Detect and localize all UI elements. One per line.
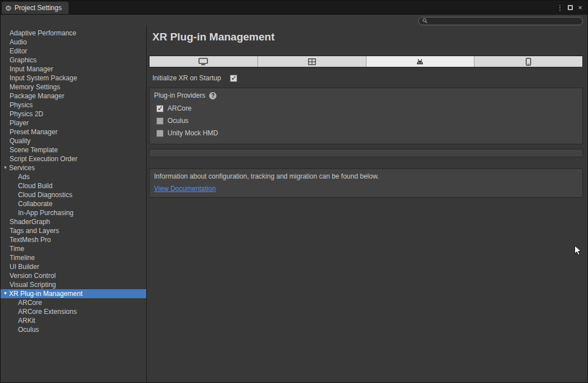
sidebar-item-tags-and-layers[interactable]: Tags and Layers: [1, 226, 146, 235]
platform-tab-android[interactable]: [367, 56, 475, 67]
sidebar-item-label: Services: [9, 163, 35, 172]
sidebar-item-time[interactable]: Time: [1, 244, 146, 253]
sidebar-item-label: Preset Manager: [10, 127, 57, 136]
gear-icon: ⚙: [5, 4, 12, 12]
foldout-expanded-icon[interactable]: ▼: [2, 289, 9, 298]
sidebar-item-ads[interactable]: Ads: [1, 172, 146, 181]
sidebar-item-preset-manager[interactable]: Preset Manager: [1, 127, 146, 136]
sidebar-item-script-execution-order[interactable]: Script Execution Order: [1, 154, 146, 163]
provider-checkbox-unity-mock-hmd[interactable]: [156, 130, 164, 137]
initialize-xr-row: Initialize XR on Startup: [152, 74, 583, 82]
sidebar-item-label: Player: [10, 118, 29, 127]
sidebar-item-label: Package Manager: [10, 92, 64, 101]
sidebar-item-label: Timeline: [10, 253, 35, 262]
smartphone-icon: [526, 58, 531, 66]
monitor-icon: [198, 58, 208, 66]
sidebar-item-graphics[interactable]: Graphics: [1, 56, 146, 65]
sidebar-item-label: Cloud Diagnostics: [18, 190, 73, 199]
sidebar-item-label: Script Execution Order: [10, 154, 78, 163]
initialize-xr-checkbox[interactable]: [230, 75, 237, 82]
sidebar-item-player[interactable]: Player: [1, 118, 146, 127]
search-icon: [422, 18, 428, 24]
sidebar-item-cloud-build[interactable]: Cloud Build: [1, 181, 146, 190]
plugin-providers-title: Plug-in Providers: [154, 92, 205, 99]
sidebar-item-collaborate[interactable]: Collaborate: [1, 199, 146, 208]
provider-checkbox-oculus[interactable]: [156, 117, 164, 125]
platform-tab-monitor[interactable]: [150, 56, 258, 67]
provider-row-unity-mock-hmd: Unity Mock HMD: [150, 127, 582, 139]
window-title: Project Settings: [15, 4, 62, 12]
provider-row-arcore: ARCore: [150, 102, 582, 115]
provider-label: Unity Mock HMD: [168, 129, 218, 137]
sidebar-item-label: Scene Template: [10, 145, 58, 154]
sidebar-item-label: Visual Scripting: [10, 280, 56, 289]
window-tab-project-settings[interactable]: ⚙ Project Settings: [2, 2, 69, 14]
sidebar-item-quality[interactable]: Quality: [1, 136, 146, 145]
sidebar-item-ui-builder[interactable]: UI Builder: [1, 262, 146, 271]
provider-label: ARCore: [168, 104, 192, 112]
view-documentation-link[interactable]: View Documentation: [154, 185, 216, 193]
sidebar-item-textmesh-pro[interactable]: TextMesh Pro: [1, 235, 146, 244]
sidebar-item-adaptive-performance[interactable]: Adaptive Performance: [1, 29, 146, 38]
titlebar: ⚙ Project Settings ⋮ ×: [1, 1, 587, 14]
sidebar-item-label: Input Manager: [10, 65, 53, 74]
sidebar-item-label: XR Plug-in Management: [9, 289, 83, 298]
sidebar-item-label: ARCore: [18, 298, 42, 307]
close-icon[interactable]: ×: [576, 2, 585, 12]
sidebar-item-oculus[interactable]: Oculus: [1, 325, 146, 334]
sidebar-item-in-app-purchasing[interactable]: In-App Purchasing: [1, 208, 146, 217]
main-split: Adaptive PerformanceAudioEditorGraphicsI…: [1, 25, 587, 383]
search-box[interactable]: [418, 17, 583, 25]
sidebar-item-label: Version Control: [10, 271, 56, 280]
sidebar-item-label: ARCore Extensions: [18, 307, 77, 316]
sidebar-item-version-control[interactable]: Version Control: [1, 271, 146, 280]
sidebar-item-xr-plug-in-management[interactable]: ▼XR Plug-in Management: [1, 289, 146, 298]
initialize-xr-label: Initialize XR on Startup: [152, 74, 221, 82]
sidebar-item-physics[interactable]: Physics: [1, 101, 146, 110]
sidebar-item-label: Oculus: [18, 325, 39, 334]
sidebar-item-arcore-extensions[interactable]: ARCore Extensions: [1, 307, 146, 316]
sidebar-item-label: Physics 2D: [10, 110, 43, 118]
toolbar-row: [1, 14, 587, 25]
kebab-menu-icon[interactable]: ⋮: [555, 2, 564, 12]
sidebar-item-label: Time: [10, 244, 24, 253]
sidebar-item-label: Graphics: [10, 56, 37, 65]
sidebar-item-input-system-package[interactable]: Input System Package: [1, 74, 146, 83]
sidebar-item-input-manager[interactable]: Input Manager: [1, 65, 146, 74]
sidebar-item-label: Collaborate: [18, 199, 52, 208]
provider-row-oculus: Oculus: [150, 115, 582, 127]
foldout-expanded-icon[interactable]: ▼: [2, 163, 9, 172]
sidebar-item-label: ShaderGraph: [10, 217, 50, 226]
settings-content: XR Plug-in Management Initialize XR on S…: [147, 25, 587, 383]
sidebar-item-shadergraph[interactable]: ShaderGraph: [1, 217, 146, 226]
search-input[interactable]: [430, 17, 579, 25]
provider-label: Oculus: [168, 117, 188, 125]
sidebar-item-cloud-diagnostics[interactable]: Cloud Diagnostics: [1, 190, 146, 199]
sidebar-item-label: Memory Settings: [10, 83, 60, 92]
sidebar-item-arkit[interactable]: ARKit: [1, 316, 146, 325]
sidebar-item-label: ARKit: [18, 316, 35, 325]
sidebar-item-arcore[interactable]: ARCore: [1, 298, 146, 307]
help-icon[interactable]: ?: [209, 92, 216, 99]
sidebar-item-visual-scripting[interactable]: Visual Scripting: [1, 280, 146, 289]
plugin-providers-box: Plug-in Providers ? ARCoreOculusUnity Mo…: [149, 88, 583, 144]
empty-helpbox: [149, 149, 583, 157]
sidebar-item-services[interactable]: ▼Services: [1, 163, 146, 172]
sidebar-item-label: Tags and Layers: [10, 226, 59, 235]
sidebar-item-scene-template[interactable]: Scene Template: [1, 145, 146, 154]
provider-checkbox-arcore[interactable]: [156, 105, 164, 112]
sidebar-item-audio[interactable]: Audio: [1, 38, 146, 47]
sidebar-item-physics-2d[interactable]: Physics 2D: [1, 110, 146, 118]
maximize-icon[interactable]: [566, 2, 575, 12]
platform-tab-tiles[interactable]: [258, 56, 367, 67]
sidebar-item-label: TextMesh Pro: [10, 235, 51, 244]
sidebar-item-label: Audio: [10, 38, 27, 47]
sidebar-item-package-manager[interactable]: Package Manager: [1, 92, 146, 101]
sidebar-item-timeline[interactable]: Timeline: [1, 253, 146, 262]
sidebar-item-label: In-App Purchasing: [18, 208, 74, 217]
sidebar-item-label: Adaptive Performance: [10, 29, 76, 38]
platform-tab-smartphone[interactable]: [474, 56, 582, 67]
sidebar-item-editor[interactable]: Editor: [1, 47, 146, 56]
sidebar-item-memory-settings[interactable]: Memory Settings: [1, 83, 146, 92]
providers-list: ARCoreOculusUnity Mock HMD: [150, 102, 582, 139]
